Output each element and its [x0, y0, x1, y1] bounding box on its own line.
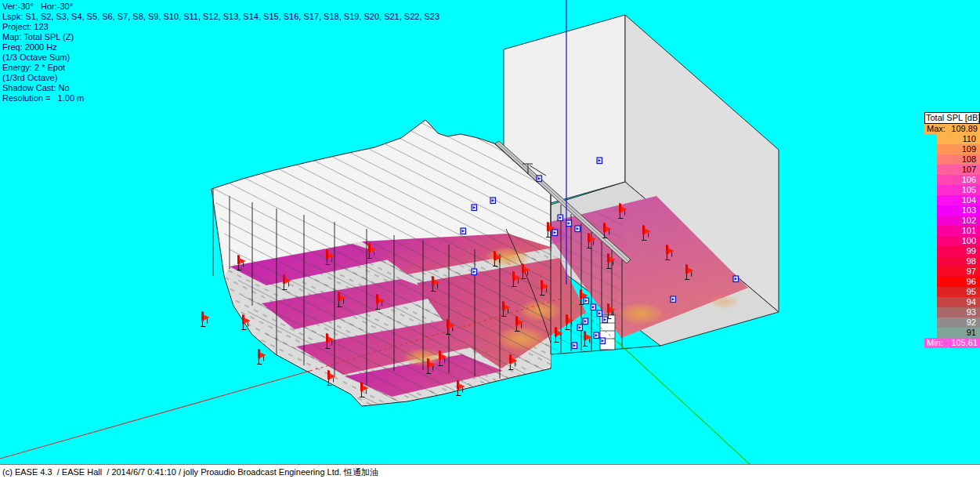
info-line: Resolution = 1.00 m [2, 93, 439, 103]
legend-scale-row: 107 [937, 165, 980, 175]
legend-scale-row: 106 [937, 175, 980, 185]
info-line: Shadow Cast: No [2, 83, 439, 93]
speaker-icon [733, 276, 739, 282]
status-bar: (c) EASE 4.3 / EASE Hall / 2014/6/7 0:41… [0, 464, 980, 479]
speaker-icon [583, 318, 588, 325]
x-axis-line [0, 371, 310, 459]
speaker-icon [490, 198, 496, 204]
speaker-icon [597, 158, 602, 164]
legend-scale-row: 105 [937, 185, 980, 195]
speaker-icon [575, 226, 580, 232]
legend-scale-row: 100 [937, 236, 980, 246]
info-line: (1/3 Octave Sum) [2, 53, 439, 63]
legend-scale-row: 108 [937, 154, 980, 165]
info-line: Lspk: S1, S2, S3, S4, S5, S6, S7, S8, S9… [2, 12, 439, 22]
speaker-icon [584, 298, 589, 304]
legend-scale-row: 98 [937, 256, 980, 267]
speaker-icon [472, 269, 477, 275]
speaker-icon [591, 304, 596, 310]
legend-scale-row: 91 [937, 328, 980, 338]
legend-scale-row: 110 [937, 134, 980, 144]
speaker-icon [537, 176, 542, 182]
spl-legend: Total SPL [dB] Max:109.89 11010910810710… [924, 112, 980, 348]
speaker-icon [566, 220, 572, 227]
speaker-icon [572, 343, 577, 349]
map-info-panel: Ver:-30° Hor:-30°Lspk: S1, S2, S3, S4, S… [2, 2, 439, 103]
speaker-icon [597, 310, 602, 317]
legend-min-row: Min:105.61 [924, 338, 980, 348]
legend-scale-row: 96 [937, 277, 980, 287]
legend-scale-row: 92 [937, 318, 980, 328]
speaker-icon [472, 205, 477, 211]
legend-scale: 1101091081071061051041031021011009998979… [937, 134, 980, 338]
legend-title: Total SPL [dB] [924, 112, 980, 124]
y-axis-line [617, 342, 750, 465]
legend-scale-row: 97 [937, 267, 980, 277]
speaker-icon [600, 338, 606, 344]
legend-scale-row: 93 [937, 307, 980, 318]
speaker-icon [552, 230, 558, 236]
legend-min-label: Min: [927, 338, 943, 348]
info-line: Ver:-30° Hor:-30° [2, 2, 439, 12]
legend-scale-row: 95 [937, 287, 980, 297]
speaker-icon [577, 325, 583, 331]
legend-scale-row: 102 [937, 216, 980, 226]
legend-max-label: Max: [927, 124, 946, 134]
info-line: Project: 123 [2, 22, 439, 32]
speaker-icon [602, 317, 608, 323]
chair-icon [201, 311, 209, 327]
legend-scale-row: 109 [937, 144, 980, 154]
speaker-icon [558, 215, 563, 221]
speaker-icon [461, 228, 466, 234]
info-line: (1/3rd Octave) [2, 73, 439, 83]
info-line: Map: Total SPL (Z) [2, 32, 439, 42]
legend-scale-row: 99 [937, 246, 980, 256]
legend-min-value: 105.61 [951, 338, 978, 348]
legend-scale-row: 103 [937, 205, 980, 216]
status-text: (c) EASE 4.3 / EASE Hall / 2014/6/7 0:41… [0, 466, 378, 478]
speaker-icon [671, 296, 676, 303]
chair-icon [257, 349, 266, 365]
legend-scale-row: 101 [937, 226, 980, 236]
legend-max-row: Max:109.89 [924, 124, 980, 134]
info-line: Energy: 2 * Epot [2, 63, 439, 73]
info-line: Freq: 2000 Hz [2, 42, 439, 53]
legend-scale-row: 94 [937, 297, 980, 307]
speaker-icon [594, 332, 599, 339]
legend-max-value: 109.89 [951, 124, 978, 134]
legend-scale-row: 104 [937, 195, 980, 205]
